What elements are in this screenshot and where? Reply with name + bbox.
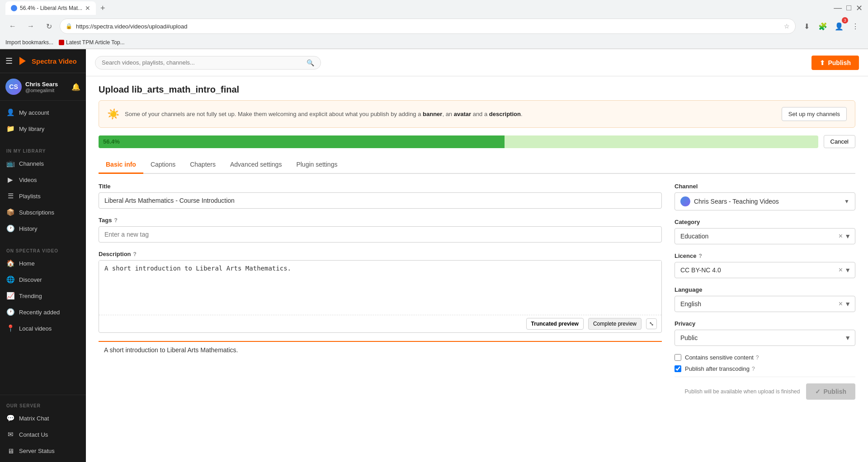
window-minimize[interactable]: — — [834, 3, 842, 13]
licence-help-icon[interactable]: ? — [698, 253, 702, 259]
menu-button[interactable]: ⋮ — [848, 19, 863, 33]
window-maximize[interactable]: □ — [846, 3, 851, 13]
sidebar-item-label: Home — [19, 260, 35, 267]
my-account-icon: 👤 — [6, 108, 14, 117]
notice-banner-label2: avatar — [454, 111, 471, 117]
tags-group: Tags ? — [99, 217, 662, 243]
title-input[interactable] — [99, 192, 662, 209]
tab-close-button[interactable]: ✕ — [85, 5, 90, 12]
sidebar-item-recently-added[interactable]: 🕐 Recently added — [0, 304, 86, 320]
notification-button[interactable]: 🔔 — [71, 83, 80, 91]
sidebar-item-contact-us[interactable]: ✉ Contact Us — [0, 426, 86, 443]
search-bar[interactable]: 🔍 — [95, 56, 321, 70]
publish-after-help-icon[interactable]: ? — [752, 366, 755, 372]
category-select[interactable]: Education — [675, 228, 855, 244]
truncated-preview-button[interactable]: Truncated preview — [526, 318, 584, 330]
check-icon: ✓ — [815, 388, 821, 395]
form-left: Title Tags ? — [99, 183, 662, 400]
privacy-select-wrapper: Public ▼ — [675, 330, 855, 346]
section-label-my-library: IN MY LIBRARY — [0, 144, 86, 155]
active-tab[interactable]: 56.4% - Liberal Arts Mat... ✕ — [5, 1, 96, 15]
new-tab-button[interactable]: + — [97, 4, 109, 13]
language-select[interactable]: English — [675, 296, 855, 312]
sidebar-item-label: Videos — [19, 177, 37, 183]
notice-banner-label3: description — [489, 111, 521, 117]
channel-select[interactable]: Chris Sears - Teaching Videos ▼ — [675, 192, 855, 210]
sidebar-header: ☰ Spectra Video — [0, 49, 86, 73]
complete-preview-button[interactable]: Complete preview — [588, 318, 642, 330]
tags-help-icon[interactable]: ? — [114, 217, 117, 224]
sidebar-item-videos[interactable]: ▶ Videos — [0, 172, 86, 188]
sidebar-item-local-videos[interactable]: 📍 Local videos — [0, 320, 86, 336]
avatar: CS — [5, 79, 22, 95]
bottom-publish-button[interactable]: ✓ Publish — [806, 383, 855, 400]
tab-chapters[interactable]: Chapters — [183, 156, 223, 174]
expand-button[interactable]: ⤡ — [646, 318, 657, 329]
sidebar-item-server-status[interactable]: 🖥 Server Status — [0, 443, 86, 459]
sidebar-item-my-library[interactable]: 📁 My library — [0, 121, 86, 137]
forward-button[interactable]: → — [24, 19, 38, 33]
sidebar-item-trending[interactable]: 📈 Trending — [0, 288, 86, 304]
bookmark-import[interactable]: Import bookmarks... — [5, 39, 53, 46]
tags-input[interactable] — [99, 226, 662, 243]
sidebar-item-discover[interactable]: 🌐 Discover — [0, 271, 86, 288]
my-library-icon: 📁 — [6, 125, 14, 133]
back-button[interactable]: ← — [5, 19, 20, 33]
category-clear-icon[interactable]: × — [839, 232, 843, 240]
description-help-icon[interactable]: ? — [133, 251, 137, 257]
sidebar-item-label: Local videos — [19, 325, 52, 332]
download-button[interactable]: ⬇ — [799, 19, 814, 33]
publish-after-checkbox[interactable] — [675, 365, 681, 372]
bookmarks-bar: Import bookmarks... Latest TPM Article T… — [0, 36, 868, 49]
extensions-button[interactable]: 🧩 — [816, 19, 830, 33]
title-label: Title — [99, 183, 662, 190]
bookmark-tpm[interactable]: Latest TPM Article Top... — [59, 39, 125, 46]
tab-basic-info[interactable]: Basic info — [99, 156, 143, 174]
search-input[interactable] — [102, 59, 303, 66]
setup-channels-button[interactable]: Set up my channels — [782, 107, 847, 121]
section-label-spectra: ON SPECTRA VIDEO — [0, 244, 86, 255]
page-title: Upload lib_arts_math_intro_final — [99, 76, 855, 100]
sensitive-content-checkbox[interactable] — [675, 354, 681, 361]
forward-icon: → — [27, 22, 34, 30]
publish-after-transcoding-row: Publish after transcoding ? — [675, 365, 855, 372]
category-select-wrapper: Education × ▼ — [675, 228, 855, 244]
section-label-server: OUR SERVER — [0, 399, 86, 410]
sensitive-help-icon[interactable]: ? — [756, 355, 759, 361]
app-logo-icon — [17, 56, 28, 66]
sidebar-item-home[interactable]: 🏠 Home — [0, 255, 86, 271]
bookmark-star-icon[interactable]: ☆ — [784, 23, 790, 30]
sidebar-item-my-account[interactable]: 👤 My account — [0, 104, 86, 121]
licence-select[interactable]: CC BY-NC 4.0 — [675, 262, 855, 278]
svg-marker-0 — [19, 57, 26, 65]
content-inner: Upload lib_arts_math_intro_final ☀️ Some… — [86, 76, 868, 412]
privacy-select[interactable]: Public — [675, 330, 855, 346]
cancel-button[interactable]: Cancel — [824, 135, 855, 148]
sidebar-item-label: Recently added — [19, 309, 60, 316]
tags-label: Tags ? — [99, 217, 662, 224]
history-icon: 🕐 — [6, 224, 14, 233]
sidebar-item-matrix-chat[interactable]: 💬 Matrix Chat — [0, 410, 86, 426]
tab-captions[interactable]: Captions — [143, 156, 183, 174]
profile-button[interactable]: 👤3 — [832, 19, 846, 33]
sidebar-item-channels[interactable]: 📺 Channels — [0, 155, 86, 172]
contact-icon: ✉ — [6, 430, 14, 439]
window-close[interactable]: ✕ — [856, 3, 863, 13]
sidebar-item-history[interactable]: 🕐 History — [0, 220, 86, 237]
sidebar-item-label: Server Status — [19, 448, 55, 454]
hamburger-button[interactable]: ☰ — [5, 56, 13, 66]
our-server-section: OUR SERVER 💬 Matrix Chat ✉ Contact Us 🖥 … — [0, 395, 86, 462]
main-content: Upload lib_arts_math_intro_final ☀️ Some… — [86, 76, 868, 462]
refresh-button[interactable]: ↻ — [42, 19, 56, 33]
address-bar[interactable]: 🔒 https://spectra.video/videos/upload#up… — [60, 19, 796, 34]
licence-clear-icon[interactable]: × — [839, 266, 843, 274]
form-layout: Title Tags ? — [99, 183, 855, 400]
sidebar-item-playlists[interactable]: ☰ Playlists — [0, 188, 86, 204]
language-clear-icon[interactable]: × — [839, 300, 843, 308]
playlists-icon: ☰ — [6, 192, 14, 200]
topbar-publish-button[interactable]: ⬆ Publish — [811, 56, 859, 70]
sidebar-item-subscriptions[interactable]: 📦 Subscriptions — [0, 204, 86, 220]
tab-plugin-settings[interactable]: Plugin settings — [289, 156, 344, 174]
description-textarea[interactable]: A short introduction to Liberal Arts Mat… — [99, 261, 661, 315]
tab-advanced-settings[interactable]: Advanced settings — [223, 156, 289, 174]
